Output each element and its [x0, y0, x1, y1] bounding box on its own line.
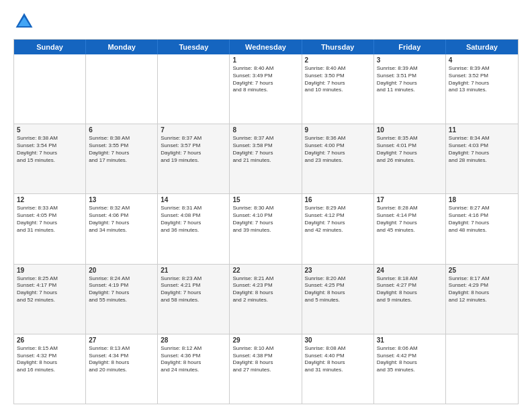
day-number: 28 [161, 336, 226, 344]
day-number: 15 [232, 196, 298, 203]
header [13, 11, 519, 32]
day-number: 14 [161, 196, 226, 203]
day-number: 4 [449, 56, 515, 64]
empty-cell [86, 54, 158, 124]
day-cell-19: 19Sunrise: 8:25 AMSunset: 4:17 PMDayligh… [14, 265, 86, 334]
day-cell-13: 13Sunrise: 8:32 AMSunset: 4:06 PMDayligh… [86, 194, 158, 263]
day-number: 5 [17, 126, 83, 134]
day-number: 26 [17, 336, 83, 344]
logo-icon [13, 11, 35, 32]
day-number: 10 [377, 126, 443, 134]
day-cell-18: 18Sunrise: 8:27 AMSunset: 4:16 PMDayligh… [446, 194, 518, 263]
day-number: 8 [232, 126, 298, 134]
day-cell-21: 21Sunrise: 8:23 AMSunset: 4:21 PMDayligh… [158, 265, 230, 334]
empty-cell [14, 54, 86, 124]
day-info: Sunrise: 8:10 AMSunset: 4:38 PMDaylight:… [232, 345, 298, 374]
calendar-body: 1Sunrise: 8:40 AMSunset: 3:49 PMDaylight… [14, 54, 518, 404]
day-number: 19 [17, 267, 83, 274]
day-info: Sunrise: 8:23 AMSunset: 4:21 PMDaylight:… [161, 275, 226, 304]
day-info: Sunrise: 8:12 AMSunset: 4:36 PMDaylight:… [161, 345, 226, 374]
header-day-saturday: Saturday [446, 40, 518, 54]
day-cell-14: 14Sunrise: 8:31 AMSunset: 4:08 PMDayligh… [158, 194, 230, 263]
page: SundayMondayTuesdayWednesdayThursdayFrid… [0, 0, 532, 411]
day-cell-12: 12Sunrise: 8:33 AMSunset: 4:05 PMDayligh… [14, 194, 86, 263]
day-number: 21 [161, 267, 226, 274]
day-number: 23 [305, 267, 371, 274]
day-number: 27 [89, 336, 154, 344]
day-number: 25 [449, 267, 515, 274]
day-info: Sunrise: 8:24 AMSunset: 4:19 PMDaylight:… [89, 275, 154, 304]
day-number: 18 [449, 196, 515, 203]
day-info: Sunrise: 8:27 AMSunset: 4:16 PMDaylight:… [449, 205, 515, 234]
day-cell-26: 26Sunrise: 8:15 AMSunset: 4:32 PMDayligh… [14, 334, 86, 404]
empty-cell [446, 334, 518, 404]
logo [13, 11, 38, 32]
day-cell-8: 8Sunrise: 8:37 AMSunset: 3:58 PMDaylight… [230, 124, 302, 193]
day-number: 1 [232, 56, 298, 64]
day-cell-30: 30Sunrise: 8:08 AMSunset: 4:40 PMDayligh… [302, 334, 374, 404]
header-day-friday: Friday [374, 40, 446, 54]
day-info: Sunrise: 8:40 AMSunset: 3:49 PMDaylight:… [232, 65, 298, 94]
calendar: SundayMondayTuesdayWednesdayThursdayFrid… [13, 39, 519, 404]
day-info: Sunrise: 8:37 AMSunset: 3:58 PMDaylight:… [232, 135, 298, 164]
day-info: Sunrise: 8:21 AMSunset: 4:23 PMDaylight:… [232, 275, 298, 304]
day-info: Sunrise: 8:38 AMSunset: 3:55 PMDaylight:… [89, 135, 154, 164]
header-day-thursday: Thursday [302, 40, 374, 54]
header-day-wednesday: Wednesday [230, 40, 302, 54]
day-info: Sunrise: 8:29 AMSunset: 4:12 PMDaylight:… [305, 205, 371, 234]
day-info: Sunrise: 8:36 AMSunset: 4:00 PMDaylight:… [305, 135, 371, 164]
calendar-header: SundayMondayTuesdayWednesdayThursdayFrid… [14, 40, 518, 54]
day-info: Sunrise: 8:31 AMSunset: 4:08 PMDaylight:… [161, 205, 226, 234]
day-info: Sunrise: 8:37 AMSunset: 3:57 PMDaylight:… [161, 135, 226, 164]
day-info: Sunrise: 8:39 AMSunset: 3:51 PMDaylight:… [377, 65, 443, 94]
day-cell-3: 3Sunrise: 8:39 AMSunset: 3:51 PMDaylight… [374, 54, 446, 124]
day-info: Sunrise: 8:15 AMSunset: 4:32 PMDaylight:… [17, 345, 83, 374]
day-number: 24 [377, 267, 443, 274]
day-info: Sunrise: 8:32 AMSunset: 4:06 PMDaylight:… [89, 205, 154, 234]
day-info: Sunrise: 8:18 AMSunset: 4:27 PMDaylight:… [377, 275, 443, 304]
day-info: Sunrise: 8:20 AMSunset: 4:25 PMDaylight:… [305, 275, 371, 304]
day-number: 12 [17, 196, 83, 203]
day-number: 30 [305, 336, 371, 344]
empty-cell [158, 54, 230, 124]
day-cell-24: 24Sunrise: 8:18 AMSunset: 4:27 PMDayligh… [374, 265, 446, 334]
day-number: 3 [377, 56, 443, 64]
day-cell-4: 4Sunrise: 8:39 AMSunset: 3:52 PMDaylight… [446, 54, 518, 124]
day-cell-15: 15Sunrise: 8:30 AMSunset: 4:10 PMDayligh… [230, 194, 302, 263]
header-day-sunday: Sunday [14, 40, 86, 54]
day-number: 31 [377, 336, 443, 344]
day-cell-25: 25Sunrise: 8:17 AMSunset: 4:29 PMDayligh… [446, 265, 518, 334]
day-info: Sunrise: 8:39 AMSunset: 3:52 PMDaylight:… [449, 65, 515, 94]
day-info: Sunrise: 8:34 AMSunset: 4:03 PMDaylight:… [449, 135, 515, 164]
day-cell-10: 10Sunrise: 8:35 AMSunset: 4:01 PMDayligh… [374, 124, 446, 193]
day-info: Sunrise: 8:30 AMSunset: 4:10 PMDaylight:… [232, 205, 298, 234]
day-number: 7 [161, 126, 226, 134]
day-info: Sunrise: 8:08 AMSunset: 4:40 PMDaylight:… [305, 345, 371, 374]
calendar-row-0: 1Sunrise: 8:40 AMSunset: 3:49 PMDaylight… [14, 54, 518, 124]
day-number: 9 [305, 126, 371, 134]
day-cell-27: 27Sunrise: 8:13 AMSunset: 4:34 PMDayligh… [86, 334, 158, 404]
day-info: Sunrise: 8:17 AMSunset: 4:29 PMDaylight:… [449, 275, 515, 304]
day-cell-11: 11Sunrise: 8:34 AMSunset: 4:03 PMDayligh… [446, 124, 518, 193]
day-cell-23: 23Sunrise: 8:20 AMSunset: 4:25 PMDayligh… [302, 265, 374, 334]
day-cell-9: 9Sunrise: 8:36 AMSunset: 4:00 PMDaylight… [302, 124, 374, 193]
day-cell-28: 28Sunrise: 8:12 AMSunset: 4:36 PMDayligh… [158, 334, 230, 404]
header-day-monday: Monday [86, 40, 158, 54]
calendar-row-3: 19Sunrise: 8:25 AMSunset: 4:17 PMDayligh… [14, 264, 518, 334]
day-info: Sunrise: 8:28 AMSunset: 4:14 PMDaylight:… [377, 205, 443, 234]
day-number: 11 [449, 126, 515, 134]
day-number: 16 [305, 196, 371, 203]
calendar-row-1: 5Sunrise: 8:38 AMSunset: 3:54 PMDaylight… [14, 124, 518, 193]
day-cell-7: 7Sunrise: 8:37 AMSunset: 3:57 PMDaylight… [158, 124, 230, 193]
day-number: 17 [377, 196, 443, 203]
day-cell-2: 2Sunrise: 8:40 AMSunset: 3:50 PMDaylight… [302, 54, 374, 124]
day-number: 29 [232, 336, 298, 344]
day-info: Sunrise: 8:25 AMSunset: 4:17 PMDaylight:… [17, 275, 83, 304]
day-cell-20: 20Sunrise: 8:24 AMSunset: 4:19 PMDayligh… [86, 265, 158, 334]
day-info: Sunrise: 8:33 AMSunset: 4:05 PMDaylight:… [17, 205, 83, 234]
day-number: 22 [232, 267, 298, 274]
day-cell-1: 1Sunrise: 8:40 AMSunset: 3:49 PMDaylight… [230, 54, 302, 124]
calendar-row-2: 12Sunrise: 8:33 AMSunset: 4:05 PMDayligh… [14, 193, 518, 263]
header-day-tuesday: Tuesday [158, 40, 230, 54]
day-number: 2 [305, 56, 371, 64]
